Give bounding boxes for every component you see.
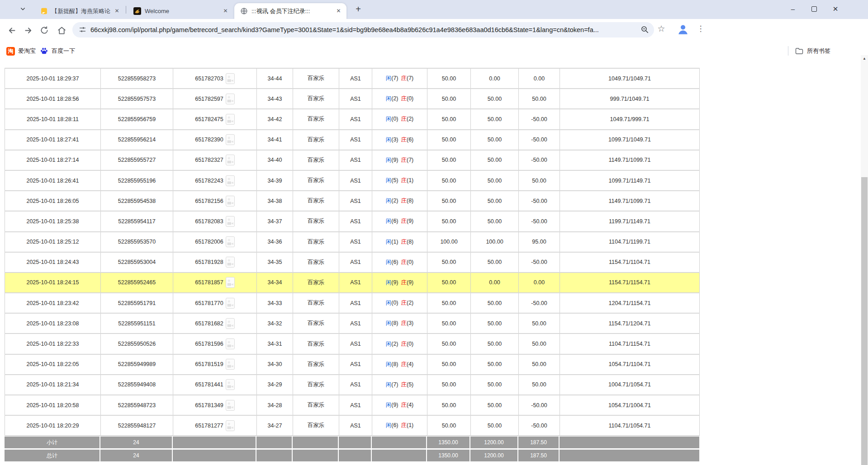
balance-cell: 1104.71/1154.71 [560,333,700,354]
video-record-icon[interactable] [226,420,235,431]
tab-welcome[interactable]: Welcome ✕ [128,3,233,19]
tab-close-icon[interactable]: ✕ [335,7,342,15]
video-record-icon[interactable] [226,196,235,207]
bookmark-baidu[interactable]: 百度一下 [40,46,75,56]
winloss-cell: 50.00 [519,170,560,191]
tab-close-icon[interactable]: ✕ [222,7,229,15]
banker-points: (0) [407,95,413,102]
footer-cell [293,437,339,448]
url-text[interactable]: 66cxkj98.com/ipl/portal.php/game/betreco… [90,25,633,35]
bet-amount-cell[interactable]: 50.00 [427,130,471,150]
video-record-icon[interactable] [226,134,235,145]
game-number: 651781857 [195,279,223,286]
new-tab-button[interactable]: + [352,4,364,15]
video-record-icon[interactable] [226,400,235,411]
bet-amount-cell[interactable]: 50.00 [427,354,471,375]
reload-button[interactable] [39,25,50,36]
player-label: 闲 [386,157,392,163]
all-bookmarks-button[interactable]: 所有书签 [795,46,830,56]
forward-button[interactable] [23,25,33,36]
bet-amount-cell[interactable]: 50.00 [427,375,471,395]
bookmark-label: 爱淘宝 [18,47,36,55]
table-name-cell: AS1 [339,191,372,211]
site-settings-icon[interactable] [79,26,86,35]
bet-amount-cell[interactable]: 50.00 [427,415,471,436]
video-record-icon[interactable] [226,216,235,227]
zoom-level-icon[interactable] [640,25,649,36]
bet-record-row: 2025-10-01 18:24:43522855953004651781928… [5,252,700,272]
browser-menu-icon[interactable]: ⋮ [697,24,705,33]
table-name-cell: AS1 [339,395,372,415]
valid-amount-cell: 50.00 [471,130,519,150]
bet-amount-cell[interactable]: 50.00 [427,293,471,313]
valid-amount-cell: 50.00 [471,333,519,354]
winloss-cell: -50.00 [519,211,560,231]
player-points: (6) [391,218,398,224]
order-number-cell: 522855951151 [101,313,173,333]
tab-title: Welcome [145,8,219,14]
bet-amount-cell[interactable]: 50.00 [427,272,471,293]
bet-amount-cell[interactable]: 50.00 [427,252,471,272]
video-record-icon[interactable] [226,155,235,165]
result-cell: 闲(6)庄(0) [372,252,427,272]
player-points: (2) [391,341,398,347]
bet-amount-cell[interactable]: 50.00 [427,68,471,89]
bet-amount-cell[interactable]: 50.00 [427,191,471,211]
home-button[interactable] [56,25,67,36]
bet-amount-cell[interactable]: 100.00 [427,232,471,252]
balance-cell: 1054.71/1004.71 [560,395,700,415]
scroll-up-arrow-icon[interactable]: ▲ [861,55,868,62]
video-record-icon[interactable] [226,338,235,349]
result-cell: 闲(8)庄(4) [372,354,427,375]
valid-amount-cell: 50.00 [471,313,519,333]
bet-amount-cell[interactable]: 50.00 [427,150,471,170]
page-scrollbar[interactable]: ▲ [861,55,868,465]
round-cell: 34-28 [257,395,293,415]
globe-favicon-icon [240,7,248,15]
video-record-icon[interactable] [226,359,235,370]
game-number-cell: 651781928 [173,252,257,272]
player-label: 闲 [386,320,392,326]
video-record-icon[interactable] [226,257,235,268]
video-record-icon[interactable] [226,73,235,84]
player-points: (9) [391,402,398,408]
bet-record-page: 2025-10-01 18:29:37522855958273651782703… [5,68,699,461]
tab-search-button[interactable] [17,4,28,15]
video-record-icon[interactable] [226,236,235,247]
banker-label: 庄 [401,177,407,183]
minimize-button[interactable]: – [786,3,800,15]
video-record-icon[interactable] [226,175,235,186]
order-number-cell: 522855953570 [101,232,173,252]
scrollbar-thumb[interactable] [861,177,868,465]
video-record-icon[interactable] [226,318,235,329]
balance-cell: 1149.71/1099.71 [560,150,700,170]
maximize-button[interactable] [807,3,821,15]
game-number-cell: 651781349 [173,395,257,415]
tab-forum[interactable]: 【新提醒】海燕策略论坛 - 综合 ✕ [34,3,125,19]
bet-amount-cell[interactable]: 50.00 [427,313,471,333]
bookmark-aitaobao[interactable]: 淘 爱淘宝 [6,46,36,56]
bet-amount-cell[interactable]: 50.00 [427,170,471,191]
video-record-icon[interactable] [226,277,235,288]
video-record-icon[interactable] [226,94,235,104]
bookmark-star-icon[interactable]: ☆ [656,23,667,34]
bet-amount-cell[interactable]: 50.00 [427,395,471,415]
bet-amount-cell[interactable]: 50.00 [427,333,471,354]
bet-record-row: 2025-10-01 18:26:41522855955196651782243… [5,170,700,191]
video-record-icon[interactable] [226,114,235,125]
game-type-cell: 百家乐 [293,170,339,191]
bet-amount-cell[interactable]: 50.00 [427,89,471,109]
banker-label: 庄 [401,422,407,428]
back-button[interactable] [6,25,17,36]
bet-record-row: 2025-10-01 18:26:05522855954538651782156… [5,191,700,211]
winloss-cell: 50.00 [519,375,560,395]
video-record-icon[interactable] [226,298,235,309]
bet-amount-cell[interactable]: 50.00 [427,109,471,129]
tab-close-icon[interactable]: ✕ [113,7,121,15]
video-record-icon[interactable] [226,379,235,390]
profile-avatar[interactable] [677,23,689,36]
bet-amount-cell[interactable]: 50.00 [427,211,471,231]
balance-cell: 1049.71/999.71 [560,109,700,129]
tab-bet-record[interactable]: :::视讯 会员下注纪录::: ✕ [234,3,346,19]
window-close-button[interactable]: ✕ [829,3,842,15]
